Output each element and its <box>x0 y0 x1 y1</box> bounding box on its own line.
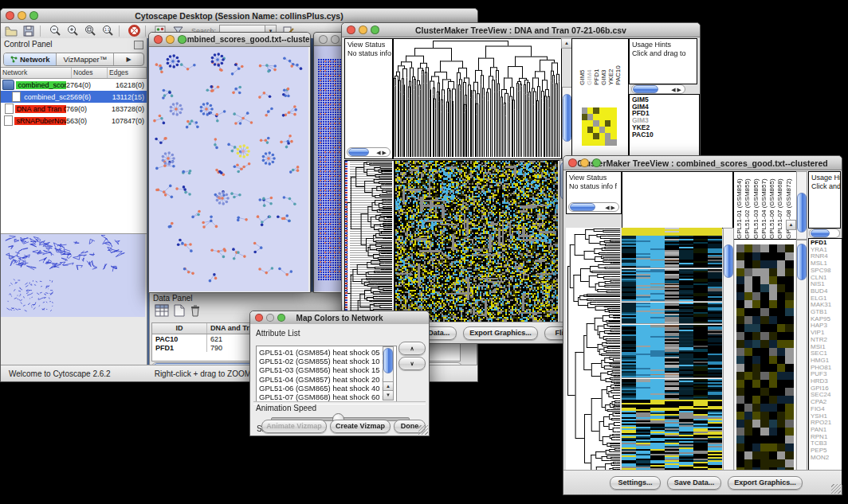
scroll-thumb[interactable] <box>797 244 807 280</box>
tv2-labels-up[interactable]: ▲ <box>786 220 796 230</box>
attribute-item[interactable]: GPL51-02 (GSM855) heat shock 10 min <box>259 357 396 365</box>
tv2-main-heatmap[interactable] <box>622 228 722 483</box>
create-vizmap-button[interactable]: Create Vizmap <box>330 420 391 433</box>
close-icon[interactable] <box>6 11 14 20</box>
doc-icon <box>12 92 21 102</box>
treeview1-titlebar[interactable]: ClusterMaker TreeView : DNA and Tran 07-… <box>342 23 700 37</box>
help-ring-icon[interactable] <box>127 25 141 37</box>
new-attribute-icon[interactable] <box>174 304 185 320</box>
scroll-arrows[interactable]: ◀▶ <box>671 87 683 93</box>
export-graphics-button[interactable]: Export Graphics... <box>728 476 803 490</box>
scroll-thumb[interactable] <box>383 348 393 373</box>
attribute-item[interactable]: GPL51-03 (GSM856) heat shock 15 min <box>259 365 396 374</box>
tv2-labels-vscrollbar[interactable] <box>796 171 807 240</box>
network-view-titlebar[interactable]: combined_scores_good.txt--cluste... <box>149 33 310 47</box>
tv2-zoom-vscrollbar[interactable] <box>796 240 807 484</box>
table-mode-icon[interactable] <box>155 304 169 320</box>
network-row[interactable]: sRNAPuberNov2+563(0)107847(0) <box>1 115 147 127</box>
float-panel-icon[interactable] <box>134 41 143 49</box>
scroll-thumb[interactable] <box>724 244 733 278</box>
network-view-canvas[interactable] <box>149 47 308 291</box>
scroll-thumb[interactable] <box>811 229 830 237</box>
zoom-fit-icon[interactable]: 1:1 <box>100 25 115 37</box>
close-icon[interactable] <box>319 35 328 44</box>
minimize-icon[interactable] <box>266 314 274 322</box>
settings-button[interactable]: Settings... <box>610 476 661 490</box>
list-scroll-down[interactable]: ▼ <box>383 390 394 400</box>
move-up-button[interactable]: ∧ <box>398 342 426 355</box>
attribute-item[interactable]: GPL51-06 (GSM865) heat shock 40 min <box>259 384 396 393</box>
scroll-thumb[interactable] <box>348 148 369 156</box>
map-dialog-titlebar[interactable]: Map Colors to Network <box>250 311 429 325</box>
close-icon[interactable] <box>255 314 263 322</box>
move-down-button[interactable]: ∨ <box>398 357 426 370</box>
network-row[interactable]: combined_sco2569(6)13112(15) <box>1 91 147 103</box>
export-graphics-button[interactable]: Export Graphics... <box>463 326 538 340</box>
save-icon[interactable] <box>22 25 36 37</box>
minimize-icon[interactable] <box>359 25 367 34</box>
column-label: GPL51-07 (GSM868) <box>776 172 784 239</box>
folder-icon <box>2 80 14 90</box>
zoom-window-icon[interactable] <box>29 11 38 20</box>
scroll-thumb[interactable] <box>633 85 658 93</box>
close-icon[interactable] <box>568 158 577 167</box>
scroll-arrows[interactable]: ◀▶ <box>605 205 617 211</box>
delete-attribute-icon[interactable] <box>190 304 201 320</box>
save-data-button[interactable]: Save Data... <box>667 476 721 490</box>
cytoscape-titlebar[interactable]: Cytoscape Desktop (Session Name: collins… <box>1 9 477 23</box>
tv2-view-status-hscrollbar[interactable]: ◀▶ <box>568 202 619 212</box>
treeview2-titlebar[interactable]: ClusterMaker TreeView : combined_scores_… <box>563 156 842 170</box>
tab-vizmapper[interactable]: VizMapper™ <box>57 53 114 65</box>
tv2-heatmap-vscrollbar[interactable] <box>723 228 734 484</box>
network-view-window[interactable]: combined_scores_good.txt--cluste... <box>148 32 311 293</box>
tv1-column-dendrogram[interactable] <box>393 38 562 159</box>
attribute-item[interactable]: GPL51-01 (GSM854) heat shock 05 min <box>259 348 396 357</box>
animate-vizmap-button[interactable]: Animate Vizmap <box>261 420 327 433</box>
tv1-view-status-hscrollbar[interactable]: ◀▶ <box>347 147 391 157</box>
control-panel-header: Control Panel <box>1 38 147 52</box>
network-list: combined_scores2764(0)16218(0)combined_s… <box>1 79 147 127</box>
scroll-thumb[interactable] <box>797 193 807 232</box>
scroll-thumb[interactable] <box>570 203 595 211</box>
zoom-selected-icon[interactable] <box>83 25 97 37</box>
minimize-icon[interactable] <box>166 35 175 44</box>
network-row[interactable]: DNA and Tran 07769(0)183728(0) <box>1 103 147 115</box>
zoom-window-icon[interactable] <box>371 25 379 34</box>
network-table-header: Network Nodes Edges <box>1 67 147 79</box>
tv1-scroll-up[interactable]: ▲ <box>561 38 572 49</box>
tv2-zoom-heatmap[interactable] <box>735 240 795 483</box>
minimize-icon[interactable] <box>580 158 589 167</box>
minimize-icon[interactable] <box>18 11 26 20</box>
column-label: GPL51-04 (GSM857) <box>760 172 768 239</box>
animation-speed-label: Animation Speed <box>256 404 316 412</box>
zoom-window-icon[interactable] <box>178 35 186 44</box>
tv2-column-dendrogram[interactable] <box>622 171 733 229</box>
zoom-window-icon[interactable] <box>592 158 601 167</box>
tv2-row-dendrogram[interactable] <box>566 228 620 483</box>
resize-grip[interactable] <box>831 484 841 494</box>
close-icon[interactable] <box>154 35 163 44</box>
gene-label: PAC10 <box>632 131 699 139</box>
zoom-window-icon[interactable] <box>277 314 285 322</box>
tv2-genes-hscrollbar[interactable] <box>809 229 840 238</box>
network-row[interactable]: combined_scores2764(0)16218(0) <box>1 79 147 91</box>
window-controls[interactable] <box>6 11 38 20</box>
attribute-item[interactable]: GPL51-07 (GSM868) heat shock 60 min <box>259 393 396 401</box>
zoom-out-icon[interactable] <box>48 25 62 37</box>
resize-grip[interactable] <box>418 425 428 435</box>
scroll-arrows[interactable]: ◀▶ <box>376 150 388 156</box>
attribute-item[interactable]: GPL51-04 (GSM857) heat shock 20 min <box>259 375 396 384</box>
scroll-thumb[interactable] <box>563 94 571 142</box>
tab-overflow-arrow[interactable]: ▶ <box>114 53 143 65</box>
treeview2-window[interactable]: ClusterMaker TreeView : combined_scores_… <box>563 155 842 495</box>
zoom-in-icon[interactable] <box>65 25 80 37</box>
minimize-icon[interactable] <box>331 35 340 44</box>
birdseye-view[interactable] <box>1 234 145 317</box>
tab-network[interactable]: Network <box>4 53 57 65</box>
map-colors-dialog[interactable]: Map Colors to Network Attribute List GPL… <box>249 311 430 436</box>
tv1-zoom-heatmap[interactable] <box>582 107 617 146</box>
close-icon[interactable] <box>347 25 355 34</box>
tv1-genes-hscrollbar[interactable]: ◀▶ <box>631 84 685 94</box>
attribute-list[interactable]: GPL51-01 (GSM854) heat shock 05 minGPL51… <box>256 346 397 402</box>
open-icon[interactable] <box>4 25 18 37</box>
